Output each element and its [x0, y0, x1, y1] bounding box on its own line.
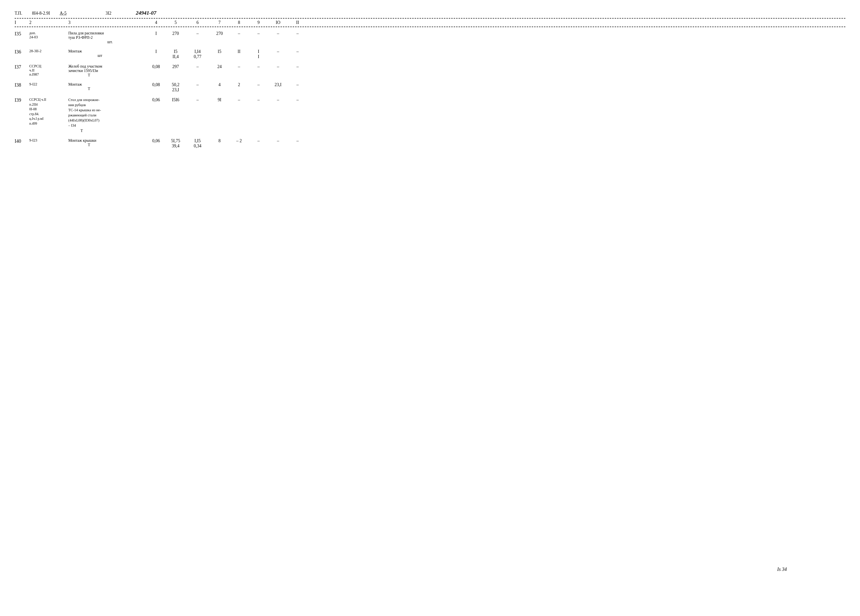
row-c4: 0,08	[146, 64, 166, 69]
row-ref: 28-3II-2	[29, 49, 68, 53]
row-I36: I36 28-3II-2 Монтаж шт I I5II,4 I,I40,77…	[15, 49, 845, 59]
row-c4: I	[146, 49, 166, 54]
row-ref: ССРСЦ ч.II п.I987	[29, 64, 68, 77]
row-c7: I5	[210, 49, 229, 54]
row-c4: 0,08	[146, 82, 166, 87]
row-I38: I38 9-I22 Монтаж Т 0,08 50,223,I – 4 2 –…	[15, 82, 845, 93]
row-I37: I37 ССРСЦ ч.II п.I987 Желоб под участком…	[15, 64, 845, 77]
row-c9: –	[249, 97, 268, 102]
row-c6: I,I40,77	[185, 49, 210, 59]
row-c4: 0,06	[146, 97, 166, 102]
row-c8: – 2	[229, 138, 249, 143]
row-c9: –	[249, 31, 268, 36]
row-c10: –	[268, 97, 288, 102]
row-id: I35	[15, 31, 29, 36]
row-ref: ССРСЦ ч.II п.2II4 0I-08 стр.84. ц.Iч.I р…	[29, 97, 68, 126]
header-312: 3I2	[106, 11, 111, 16]
row-ref: 9-I23	[29, 138, 68, 143]
row-c4: I	[146, 31, 166, 36]
row-c11: –	[288, 64, 307, 69]
row-id: I38	[15, 82, 29, 88]
row-desc: Желоб под участком зачистки 1595/I3и Т	[68, 64, 146, 77]
tp-label: Т.П.	[15, 11, 22, 16]
row-c10: –	[268, 64, 288, 69]
col-8: 8	[229, 20, 249, 25]
row-c7: 270	[210, 31, 229, 36]
row-desc: Стол для опорожне- ния рубцов ТС-14 крыш…	[68, 97, 146, 134]
row-I35: I35 доп. 24-03 Пила для распиловки туш Р…	[15, 31, 845, 44]
row-c8: –	[229, 97, 249, 102]
row-id: I36	[15, 49, 29, 55]
row-desc: Монтаж Т	[68, 82, 146, 91]
row-c10: –	[268, 49, 288, 54]
divider-below-headers	[15, 27, 845, 27]
row-c6: –	[185, 97, 210, 102]
row-c10: 23,I	[268, 82, 288, 87]
col-10: IO	[268, 20, 288, 25]
col-7: 7	[210, 20, 229, 25]
row-c5: 270	[166, 31, 185, 36]
row-ref: 9-I22	[29, 82, 68, 86]
row-c5: I5II,4	[166, 49, 185, 59]
row-c6: –	[185, 82, 210, 87]
col-1: I	[15, 20, 29, 25]
row-c9: II	[249, 49, 268, 59]
row-c6: I,I50,34	[185, 138, 210, 149]
col-4: 4	[146, 20, 166, 25]
row-c7: 24	[210, 64, 229, 69]
row-c6: –	[185, 31, 210, 36]
header: Т.П. 8I4-8-2.9I А-5 3I2 24941-07	[15, 10, 845, 16]
column-headers: I 2 3 4 5 6 7 8 9 IO II	[15, 20, 845, 25]
row-c8: II	[229, 49, 249, 54]
row-c8: 2	[229, 82, 249, 87]
divider-top	[15, 18, 845, 19]
col-5: 5	[166, 20, 185, 25]
row-c5: 297	[166, 64, 185, 69]
row-c5: 5I,7539,4	[166, 138, 185, 149]
row-c9: –	[249, 82, 268, 87]
row-id: I40	[15, 138, 29, 144]
row-c4: 0,06	[146, 138, 166, 143]
col-3: 3	[68, 20, 146, 25]
col-2: 2	[29, 20, 68, 25]
col-9: 9	[249, 20, 268, 25]
row-c8: –	[229, 31, 249, 36]
row-c7: 9I	[210, 97, 229, 102]
row-c11: –	[288, 138, 307, 143]
row-c11: –	[288, 97, 307, 102]
row-c10: –	[268, 138, 288, 143]
header-a5: А-5	[60, 11, 67, 16]
row-c7: 4	[210, 82, 229, 87]
header-code: 8I4-8-2.9I	[32, 11, 50, 16]
col-11: II	[288, 20, 307, 25]
row-I40: I40 9-I23 Монтаж крышки Т 0,06 5I,7539,4…	[15, 138, 845, 149]
row-c11: –	[288, 49, 307, 54]
col-6: 6	[185, 20, 210, 25]
row-I39: I39 ССРСЦ ч.II п.2II4 0I-08 стр.84. ц.Iч…	[15, 97, 845, 134]
row-ref: доп. 24-03	[29, 31, 68, 39]
row-c7: 8	[210, 138, 229, 143]
row-c10: –	[268, 31, 288, 36]
row-id: I37	[15, 64, 29, 70]
row-c11: –	[288, 31, 307, 36]
row-c9: –	[249, 138, 268, 143]
row-c5: 50,223,I	[166, 82, 185, 93]
row-desc: Пила для распиловки туш РЗ-ФРП-2 шт.	[68, 31, 146, 44]
row-id: I39	[15, 97, 29, 103]
row-c5: I5I6	[166, 97, 185, 102]
row-c8: –	[229, 64, 249, 69]
row-c6: –	[185, 64, 210, 69]
row-desc: Монтаж крышки Т	[68, 138, 146, 147]
row-desc: Монтаж шт	[68, 49, 146, 58]
row-c11: –	[288, 82, 307, 87]
row-c9: –	[249, 64, 268, 69]
header-24941: 24941-07	[136, 10, 156, 16]
